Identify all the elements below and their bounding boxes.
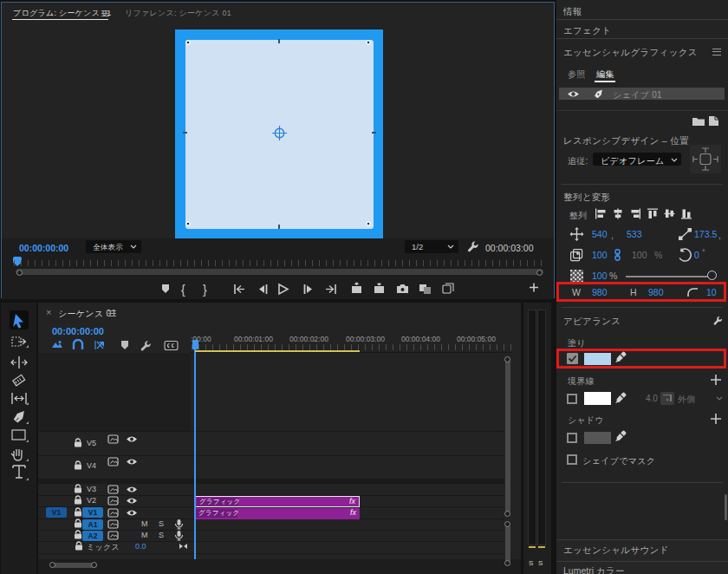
svg-text:}: } bbox=[203, 283, 207, 297]
svg-text:{: { bbox=[181, 283, 185, 297]
